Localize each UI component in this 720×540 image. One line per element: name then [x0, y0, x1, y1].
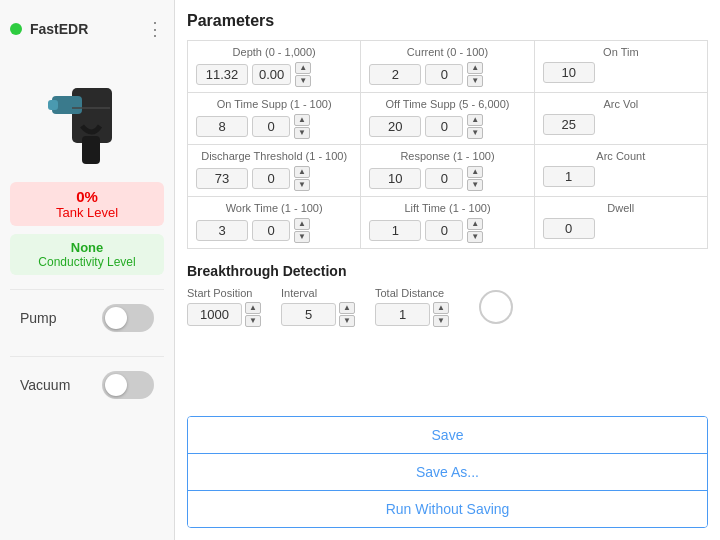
spin-down-1[interactable]: ▼	[467, 75, 483, 87]
spin-up-10[interactable]: ▲	[467, 218, 483, 230]
param-val1-3[interactable]: 8	[196, 116, 248, 137]
spin-btns-6: ▲▼	[294, 166, 310, 191]
right-panel: Parameters Depth (0 - 1,000)11.320.00▲▼C…	[175, 0, 720, 540]
param-inputs-6: 730▲▼	[196, 166, 352, 191]
param-cell-9: Work Time (1 - 100)30▲▼	[188, 197, 361, 249]
param-label-10: Lift Time (1 - 100)	[369, 202, 525, 214]
bdt-spin-down-2[interactable]: ▼	[433, 315, 449, 327]
params-title: Parameters	[187, 12, 708, 30]
spin-up-1[interactable]: ▲	[467, 62, 483, 74]
param-val1-8[interactable]: 1	[543, 166, 595, 187]
vacuum-toggle[interactable]	[102, 371, 154, 399]
action-btn-1[interactable]: Save As...	[188, 454, 707, 491]
param-val1-6[interactable]: 73	[196, 168, 248, 189]
param-val2-1[interactable]: 0	[425, 64, 463, 85]
param-val1-2[interactable]: 10	[543, 62, 595, 83]
param-val2-10[interactable]: 0	[425, 220, 463, 241]
param-cell-2: On Tim10	[535, 41, 708, 93]
spin-down-10[interactable]: ▼	[467, 231, 483, 243]
bdt-spin-down-1[interactable]: ▼	[339, 315, 355, 327]
spin-up-0[interactable]: ▲	[295, 62, 311, 74]
param-val2-6[interactable]: 0	[252, 168, 290, 189]
spin-down-0[interactable]: ▼	[295, 75, 311, 87]
spin-up-6[interactable]: ▲	[294, 166, 310, 178]
action-btn-2[interactable]: Run Without Saving	[188, 491, 707, 527]
spin-up-4[interactable]: ▲	[467, 114, 483, 126]
spin-up-7[interactable]: ▲	[467, 166, 483, 178]
spin-down-7[interactable]: ▼	[467, 179, 483, 191]
left-panel: FastEDR ⋮ 0% Tank Level None Conductivit…	[0, 0, 175, 540]
param-val2-0[interactable]: 0.00	[252, 64, 291, 85]
param-cell-11: Dwell0	[535, 197, 708, 249]
param-inputs-2: 10	[543, 62, 699, 83]
param-val2-7[interactable]: 0	[425, 168, 463, 189]
spin-btns-1: ▲▼	[467, 62, 483, 87]
spin-up-3[interactable]: ▲	[294, 114, 310, 126]
spin-btns-0: ▲▼	[295, 62, 311, 87]
param-val1-5[interactable]: 25	[543, 114, 595, 135]
param-cell-5: Arc Vol25	[535, 93, 708, 145]
spin-down-3[interactable]: ▼	[294, 127, 310, 139]
bdt-val-0[interactable]: 1000	[187, 303, 242, 326]
bdt-spin-up-0[interactable]: ▲	[245, 302, 261, 314]
vacuum-toggle-row: Vacuum	[10, 356, 164, 413]
device-image	[42, 58, 132, 168]
param-val2-9[interactable]: 0	[252, 220, 290, 241]
bdt-title: Breakthrough Detection	[187, 263, 708, 279]
bdt-spin-up-1[interactable]: ▲	[339, 302, 355, 314]
bdt-field-label-1: Interval	[281, 287, 317, 299]
bdt-val-1[interactable]: 5	[281, 303, 336, 326]
spin-down-6[interactable]: ▼	[294, 179, 310, 191]
spin-btns-9: ▲▼	[294, 218, 310, 243]
spin-down-4[interactable]: ▼	[467, 127, 483, 139]
spin-down-9[interactable]: ▼	[294, 231, 310, 243]
param-label-6: Discharge Threshold (1 - 100)	[196, 150, 352, 162]
param-val1-0[interactable]: 11.32	[196, 64, 248, 85]
param-cell-0: Depth (0 - 1,000)11.320.00▲▼	[188, 41, 361, 93]
bdt-spin-up-2[interactable]: ▲	[433, 302, 449, 314]
spin-btns-10: ▲▼	[467, 218, 483, 243]
bdt-circle-button[interactable]	[479, 290, 513, 324]
action-btn-0[interactable]: Save	[188, 417, 707, 454]
param-val2-3[interactable]: 0	[252, 116, 290, 137]
param-cell-6: Discharge Threshold (1 - 100)730▲▼	[188, 145, 361, 197]
pump-toggle[interactable]	[102, 304, 154, 332]
bdt-spin-down-0[interactable]: ▼	[245, 315, 261, 327]
param-val2-4[interactable]: 0	[425, 116, 463, 137]
param-val1-1[interactable]: 2	[369, 64, 421, 85]
param-val1-4[interactable]: 20	[369, 116, 421, 137]
status-dot	[10, 23, 22, 35]
param-val1-10[interactable]: 1	[369, 220, 421, 241]
param-inputs-0: 11.320.00▲▼	[196, 62, 352, 87]
bdt-val-2[interactable]: 1	[375, 303, 430, 326]
param-label-9: Work Time (1 - 100)	[196, 202, 352, 214]
bdt-spins-1: ▲▼	[339, 302, 355, 327]
bdt-field-label-0: Start Position	[187, 287, 252, 299]
bdt-field-0: Start Position1000▲▼	[187, 287, 261, 327]
bdt-section: Breakthrough Detection Start Position100…	[187, 263, 708, 327]
bdt-field-1: Interval5▲▼	[281, 287, 355, 327]
tank-percent: 0%	[30, 188, 144, 205]
param-label-8: Arc Count	[543, 150, 699, 162]
param-inputs-5: 25	[543, 114, 699, 135]
device-header: FastEDR ⋮	[0, 10, 174, 48]
spin-up-9[interactable]: ▲	[294, 218, 310, 230]
param-val1-7[interactable]: 10	[369, 168, 421, 189]
device-name: FastEDR	[30, 21, 88, 37]
param-label-5: Arc Vol	[543, 98, 699, 110]
svg-rect-2	[48, 100, 58, 110]
spin-btns-3: ▲▼	[294, 114, 310, 139]
param-label-11: Dwell	[543, 202, 699, 214]
param-cell-1: Current (0 - 100)20▲▼	[361, 41, 534, 93]
param-inputs-1: 20▲▼	[369, 62, 525, 87]
param-cell-4: Off Time Supp (5 - 6,000)200▲▼	[361, 93, 534, 145]
params-grid: Depth (0 - 1,000)11.320.00▲▼Current (0 -…	[187, 40, 708, 249]
vacuum-label: Vacuum	[20, 377, 70, 393]
conductivity-none: None	[20, 240, 154, 255]
menu-icon[interactable]: ⋮	[146, 18, 164, 40]
bdt-spins-0: ▲▼	[245, 302, 261, 327]
bdt-input-row-1: 5▲▼	[281, 302, 355, 327]
param-val1-11[interactable]: 0	[543, 218, 595, 239]
param-val1-9[interactable]: 3	[196, 220, 248, 241]
action-buttons: SaveSave As...Run Without Saving	[187, 416, 708, 528]
